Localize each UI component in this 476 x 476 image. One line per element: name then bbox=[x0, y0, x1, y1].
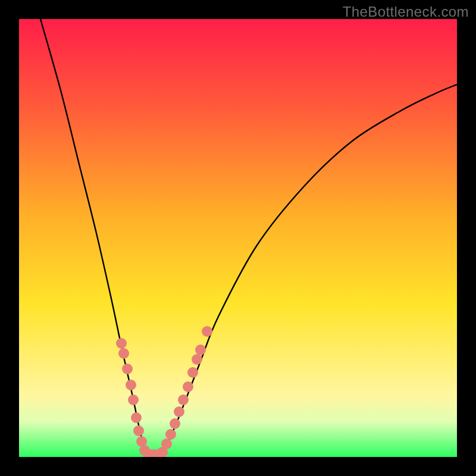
data-marker bbox=[192, 354, 202, 365]
chart-frame: TheBottleneck.com bbox=[0, 0, 476, 476]
curve-layer bbox=[40, 19, 457, 455]
plot-area bbox=[19, 19, 457, 457]
watermark-text: TheBottleneck.com bbox=[343, 4, 469, 20]
data-marker bbox=[128, 394, 139, 405]
data-marker bbox=[165, 429, 176, 440]
data-marker bbox=[126, 380, 136, 390]
data-marker bbox=[122, 364, 133, 374]
data-marker bbox=[131, 412, 142, 423]
marker-layer bbox=[116, 326, 212, 457]
data-marker bbox=[174, 406, 184, 417]
data-marker bbox=[116, 338, 127, 349]
chart-svg bbox=[19, 19, 457, 457]
data-marker bbox=[133, 425, 144, 436]
data-marker bbox=[178, 394, 189, 405]
curve-right-branch bbox=[162, 84, 457, 455]
data-marker bbox=[161, 439, 172, 449]
data-marker bbox=[170, 418, 180, 429]
data-marker bbox=[202, 326, 212, 337]
data-marker bbox=[187, 367, 198, 378]
data-marker bbox=[183, 381, 193, 392]
data-marker bbox=[118, 348, 129, 359]
data-marker bbox=[195, 345, 206, 355]
